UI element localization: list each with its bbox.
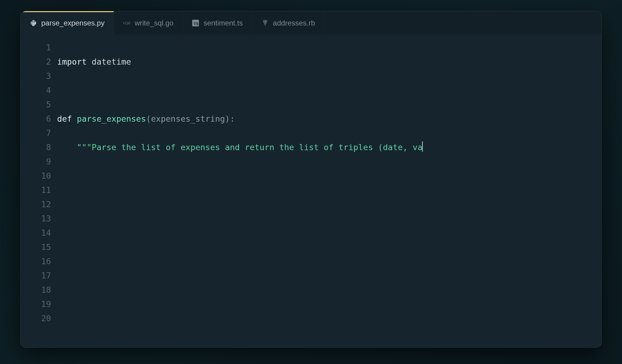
go-icon [123,19,130,27]
keyword-def: def [57,114,72,123]
line-number: 15 [21,240,51,254]
keyword-import: import [57,57,87,66]
editor-window: parse_expenses.py write_sql.go [20,11,602,348]
line-number: 6 [21,112,51,126]
line-number: 11 [21,183,51,197]
ts-icon: TS [192,19,199,27]
argument-name: expenses_string [151,114,225,123]
module-name: datetime [92,57,131,66]
line-number: 14 [21,226,51,240]
line-number-gutter: 1234567891011121314151617181920 [21,40,57,347]
ruby-icon [261,19,269,27]
line-number: 10 [21,169,51,183]
svg-rect-0 [123,22,124,22]
line-number: 2 [21,55,51,69]
tab-parse-expenses[interactable]: parse_expenses.py [21,11,114,35]
svg-rect-2 [123,24,125,24]
line-number: 3 [21,69,51,83]
indent [57,143,77,152]
line-number: 1 [21,40,51,55]
tab-bar: parse_expenses.py write_sql.go [21,11,601,35]
docstring: """Parse the list of expenses and return… [77,143,422,152]
svg-rect-1 [123,23,125,23]
tab-label: parse_expenses.py [41,19,104,27]
tab-write-sql[interactable]: write_sql.go [114,11,183,35]
code-area[interactable]: 1234567891011121314151617181920 import d… [21,35,601,347]
line-number: 16 [21,254,51,268]
function-name: parse_expenses [77,114,146,123]
line-number: 9 [21,154,51,169]
text-cursor [422,141,423,152]
line-number: 18 [21,283,51,297]
code-content[interactable]: import datetime def parse_expenses(expen… [57,40,601,347]
line-number: 19 [21,297,51,311]
tab-label: addresses.rb [273,19,315,27]
line-number: 4 [21,83,51,97]
line-number: 20 [21,311,51,325]
line-number: 13 [21,211,51,226]
line-number: 7 [21,126,51,140]
line-number: 8 [21,140,51,154]
line-number: 12 [21,197,51,211]
paren-open: ( [146,114,151,123]
tab-addresses[interactable]: addresses.rb [252,11,325,35]
line-number: 5 [21,97,51,112]
paren-close-colon: ): [225,114,235,123]
python-icon [30,19,37,27]
line-number: 17 [21,268,51,283]
svg-point-4 [128,22,130,23]
tab-label: write_sql.go [135,19,173,27]
tab-sentiment[interactable]: TS sentiment.ts [183,11,252,35]
tab-label: sentiment.ts [203,19,243,27]
